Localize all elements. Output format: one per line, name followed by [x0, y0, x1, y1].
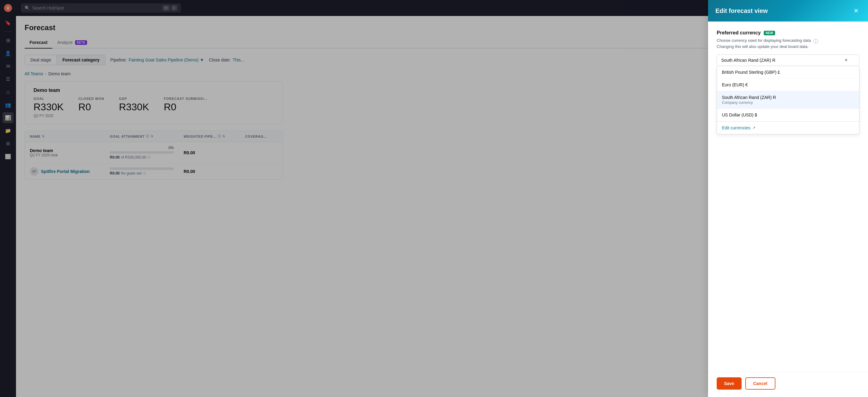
currency-option-usd[interactable]: US Dollar (USD) $	[717, 109, 859, 121]
section-desc: Choose currency used for displaying fore…	[717, 37, 859, 49]
currency-zar-label: South African Rand (ZAR) R	[722, 95, 854, 100]
currency-select-display[interactable]: South African Rand (ZAR) R ▼	[717, 55, 859, 66]
selected-currency-label: South African Rand (ZAR) R	[721, 58, 775, 63]
currency-option-eur[interactable]: Euro (EUR) €	[717, 79, 859, 91]
currency-select-wrapper: South African Rand (ZAR) R ▼ British Pou…	[717, 55, 859, 134]
section-title: Preferred currency NEW	[717, 30, 859, 36]
cancel-button[interactable]: Cancel	[745, 377, 775, 390]
edit-panel-body: Preferred currency NEW Choose currency u…	[708, 22, 868, 372]
new-badge: NEW	[764, 31, 775, 35]
edit-currencies-link[interactable]: Edit currencies ↗	[717, 121, 859, 134]
currency-zar-sub: Company currency	[722, 100, 854, 105]
currency-dropdown-arrow: ▼	[844, 58, 848, 62]
edit-panel-header: Edit forecast view ✕	[708, 0, 868, 22]
desc-info-icon: ⓘ	[813, 38, 818, 45]
currency-option-gbp[interactable]: British Pound Sterling (GBP) £	[717, 66, 859, 79]
edit-panel: Edit forecast view ✕ Preferred currency …	[708, 0, 868, 397]
currency-gbp-label: British Pound Sterling (GBP) £	[722, 70, 854, 75]
currency-usd-label: US Dollar (USD) $	[722, 112, 854, 118]
edit-panel-title: Edit forecast view	[715, 7, 768, 14]
currency-dropdown: British Pound Sterling (GBP) £ Euro (EUR…	[717, 66, 859, 134]
external-link-icon: ↗	[752, 126, 755, 130]
currency-option-zar[interactable]: South African Rand (ZAR) R Company curre…	[717, 91, 859, 109]
currency-eur-label: Euro (EUR) €	[722, 82, 854, 87]
edit-panel-footer: Save Cancel	[708, 372, 868, 397]
close-panel-button[interactable]: ✕	[851, 6, 861, 15]
save-button[interactable]: Save	[717, 377, 742, 390]
